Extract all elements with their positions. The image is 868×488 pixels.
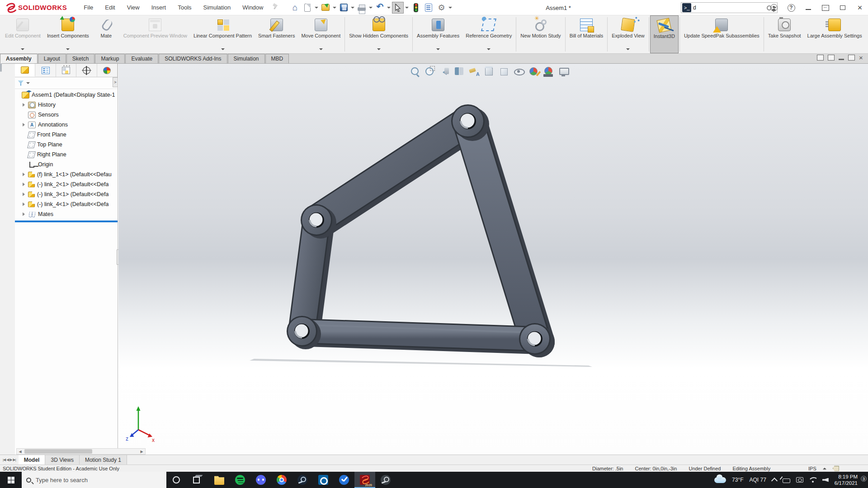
- save-button[interactable]: [338, 2, 349, 14]
- pane-layout-button[interactable]: [818, 1, 833, 14]
- pane-close-icon[interactable]: ×: [859, 55, 864, 61]
- tree-item[interactable]: Front Plane: [15, 130, 118, 140]
- search-box[interactable]: >_: [681, 2, 778, 13]
- taskbar-app[interactable]: [250, 472, 271, 488]
- command-tab[interactable]: MBD: [265, 54, 289, 63]
- command-tab[interactable]: Simulation: [228, 54, 265, 63]
- ribbon-button[interactable]: Move Component: [298, 15, 344, 53]
- ribbon-button[interactable]: Smart Fasteners: [255, 15, 298, 53]
- document-tab[interactable]: Model: [19, 455, 46, 465]
- menu-item[interactable]: Window: [237, 2, 268, 13]
- taskbar-app[interactable]: [209, 472, 230, 488]
- panel-horizontal-scrollbar[interactable]: ◀ ▶: [16, 448, 146, 455]
- scroll-right-arrow[interactable]: ▶: [138, 449, 145, 454]
- menu-item[interactable]: Edit: [100, 2, 120, 13]
- tree-expander[interactable]: [21, 103, 28, 107]
- tree-item[interactable]: Annotations: [15, 120, 118, 130]
- print-caret[interactable]: [368, 2, 373, 13]
- ribbon-button[interactable]: [344, 17, 345, 52]
- search-input[interactable]: [693, 5, 767, 11]
- ribbon-button[interactable]: Component Preview Window: [120, 15, 190, 53]
- menu-item[interactable]: View: [122, 2, 145, 13]
- ribbon-button[interactable]: [607, 17, 608, 52]
- open-button[interactable]: [320, 2, 331, 14]
- menu-item[interactable]: Simulation: [198, 2, 236, 13]
- taskbar-app[interactable]: 2020: [354, 472, 375, 488]
- menu-item[interactable]: File: [79, 2, 98, 13]
- taskbar-app[interactable]: [375, 472, 396, 488]
- ribbon-button[interactable]: Large Assembly Settings: [804, 15, 865, 53]
- select-button[interactable]: [392, 2, 404, 14]
- ribbon-button[interactable]: Edit Component: [2, 15, 44, 53]
- ribbon-button[interactable]: Mate: [92, 15, 120, 53]
- temperature[interactable]: 73°F: [732, 477, 743, 483]
- tree-item[interactable]: Mates: [15, 209, 118, 219]
- tree-item[interactable]: Assem1 (Default<Display State-1: [15, 90, 118, 100]
- task-view-button[interactable]: [186, 472, 206, 488]
- settings-button[interactable]: ⚙: [435, 2, 447, 14]
- panel-expand-button[interactable]: >: [113, 77, 118, 87]
- account-button[interactable]: [767, 1, 781, 14]
- filter-caret[interactable]: [26, 82, 30, 86]
- filter-icon[interactable]: [18, 80, 24, 86]
- restore-button[interactable]: [835, 1, 850, 14]
- assembly-model[interactable]: x z: [118, 64, 868, 455]
- command-tab[interactable]: Assembly: [0, 54, 38, 63]
- tree-item[interactable]: Top Plane: [15, 140, 118, 150]
- close-button[interactable]: ×: [853, 1, 867, 14]
- scroll-left-arrow[interactable]: ◀: [17, 449, 24, 454]
- pane-restore-icon[interactable]: [828, 55, 835, 61]
- air-quality[interactable]: AQI 77: [749, 477, 766, 483]
- pane-maximize-icon[interactable]: [848, 55, 855, 61]
- wifi-icon[interactable]: [809, 477, 816, 483]
- undo-caret[interactable]: [387, 2, 391, 13]
- ribbon-button[interactable]: Exploded View: [609, 15, 648, 53]
- tree-item[interactable]: (-) link_2<1> (Default<<Defa: [15, 179, 118, 189]
- new-document-caret[interactable]: [314, 2, 319, 13]
- settings-caret[interactable]: [448, 2, 453, 13]
- taskbar-app[interactable]: [271, 472, 292, 488]
- panel-flyout-icon-2[interactable]: [1, 63, 2, 72]
- menu-item[interactable]: Tools: [173, 2, 196, 13]
- ribbon-button[interactable]: [764, 17, 764, 52]
- home-button[interactable]: ⌂: [289, 2, 301, 14]
- graphics-viewport[interactable]: x z: [118, 64, 868, 455]
- units-caret[interactable]: [823, 466, 826, 469]
- ribbon-button[interactable]: [412, 17, 413, 52]
- units-value[interactable]: IPS: [808, 466, 816, 471]
- ribbon-button[interactable]: Instant3D: [650, 15, 679, 53]
- tree-expander[interactable]: [21, 123, 28, 127]
- tray-expand-icon[interactable]: [771, 478, 778, 484]
- doc-tab-nav-icons[interactable]: |◀◀▶▶|: [0, 455, 19, 465]
- document-tab[interactable]: Motion Study 1: [80, 455, 127, 465]
- pin-icon[interactable]: [272, 4, 279, 11]
- tree-item[interactable]: Origin: [15, 160, 118, 169]
- tree-expander[interactable]: [21, 192, 28, 196]
- ribbon-button[interactable]: Take Snapshot: [765, 15, 804, 53]
- scrollbar-thumb[interactable]: [24, 449, 92, 454]
- taskbar-search[interactable]: Type here to search: [22, 472, 166, 488]
- select-caret[interactable]: [405, 2, 409, 13]
- command-tab[interactable]: Sketch: [66, 54, 95, 63]
- taskbar-app[interactable]: [334, 472, 354, 488]
- tree-item[interactable]: Sensors: [15, 110, 118, 120]
- tree-item[interactable]: History: [15, 100, 118, 110]
- tree-expander[interactable]: [21, 183, 28, 186]
- clock[interactable]: 8:19 PM 6/17/2021: [835, 474, 858, 486]
- taskbar-app[interactable]: [292, 472, 313, 488]
- ribbon-button[interactable]: New Motion Study: [517, 15, 564, 53]
- ribbon-button[interactable]: Assembly Features: [414, 15, 462, 53]
- ribbon-button[interactable]: [516, 17, 516, 52]
- ribbon-button[interactable]: Update SpeedPak Subassemblies: [681, 15, 763, 53]
- pane-minimize-icon[interactable]: [839, 59, 844, 60]
- open-caret[interactable]: [332, 2, 337, 13]
- ribbon-button[interactable]: Show Hidden Components: [346, 15, 411, 53]
- ribbon-button[interactable]: Linear Component Pattern: [190, 15, 255, 53]
- options-list-button[interactable]: [423, 2, 434, 14]
- taskbar-app[interactable]: [313, 472, 334, 488]
- scrollbar-track[interactable]: [24, 449, 138, 454]
- command-tab[interactable]: Evaluate: [125, 54, 158, 63]
- command-tab[interactable]: Layout: [38, 54, 66, 63]
- menu-item[interactable]: Insert: [146, 2, 171, 13]
- command-tab[interactable]: SOLIDWORKS Add-Ins: [159, 54, 227, 63]
